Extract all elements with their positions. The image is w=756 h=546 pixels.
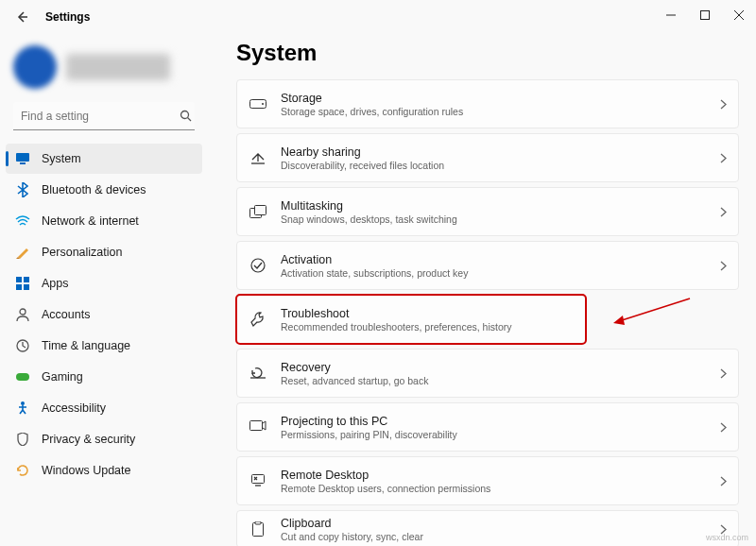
search-icon	[170, 110, 201, 122]
card-remote-desktop[interactable]: Remote DesktopRemote Desktop users, conn…	[236, 456, 739, 505]
storage-icon	[249, 94, 267, 113]
sidebar-item-label: Time & language	[42, 339, 130, 352]
card-title: Multitasking	[281, 199, 707, 213]
maximize-button[interactable]	[688, 0, 722, 30]
page-title: System	[236, 40, 739, 66]
nearby-sharing-icon	[249, 148, 267, 167]
activation-icon	[249, 256, 267, 275]
sidebar-item-network[interactable]: Network & internet	[6, 206, 202, 236]
svg-rect-7	[16, 153, 29, 162]
search-box[interactable]	[13, 102, 195, 130]
card-storage[interactable]: StorageStorage space, drives, configurat…	[236, 79, 739, 128]
card-activation[interactable]: ActivationActivation state, subscription…	[236, 241, 739, 290]
close-button[interactable]	[722, 0, 756, 30]
minimize-button[interactable]	[654, 0, 688, 30]
chevron-right-icon	[720, 476, 727, 486]
card-sub: Permissions, pairing PIN, discoverabilit…	[281, 429, 707, 440]
window-title: Settings	[45, 10, 90, 24]
sidebar-item-accessibility[interactable]: Accessibility	[6, 393, 202, 423]
sidebar-item-label: Windows Update	[42, 464, 131, 477]
card-sub: Remote Desktop users, connection permiss…	[281, 483, 707, 494]
card-nearby-sharing[interactable]: Nearby sharingDiscoverability, received …	[236, 133, 739, 182]
titlebar: Settings	[0, 0, 756, 34]
settings-list: StorageStorage space, drives, configurat…	[236, 79, 739, 546]
sidebar-item-label: System	[42, 152, 81, 165]
card-sub: Cut and copy history, sync, clear	[281, 531, 707, 542]
watermark: wsxdn.com	[706, 533, 748, 542]
accounts-icon	[15, 307, 30, 322]
svg-rect-24	[253, 523, 264, 537]
system-icon	[15, 151, 30, 166]
card-sub: Storage space, drives, configuration rul…	[281, 106, 707, 117]
card-title: Remote Desktop	[281, 469, 707, 482]
sidebar-item-bluetooth[interactable]: Bluetooth & devices	[6, 175, 202, 205]
card-sub: Activation state, subscriptions, product…	[281, 267, 707, 279]
network-icon	[15, 213, 30, 229]
chevron-right-icon	[720, 422, 727, 433]
sidebar-item-accounts[interactable]: Accounts	[6, 299, 202, 330]
card-projecting[interactable]: Projecting to this PCPermissions, pairin…	[236, 402, 739, 452]
card-sub: Snap windows, desktops, task switching	[281, 213, 707, 225]
sidebar-item-label: Personalization	[42, 246, 122, 259]
svg-rect-8	[20, 162, 26, 164]
svg-point-21	[251, 259, 265, 272]
sidebar-item-apps[interactable]: Apps	[6, 268, 202, 299]
card-title: Nearby sharing	[281, 145, 707, 159]
card-title: Troubleshoot	[281, 307, 574, 320]
sidebar: System Bluetooth & devices Network & int…	[0, 34, 208, 546]
svg-point-13	[20, 309, 26, 315]
svg-rect-9	[16, 277, 22, 282]
card-title: Storage	[281, 92, 707, 105]
card-sub: Recommended troubleshooters, preferences…	[281, 321, 574, 333]
sidebar-item-gaming[interactable]: Gaming	[6, 362, 202, 392]
card-recovery[interactable]: RecoveryReset, advanced startup, go back	[236, 349, 739, 398]
sidebar-item-privacy[interactable]: Privacy & security	[6, 424, 202, 454]
update-icon	[15, 463, 30, 478]
nav-list: System Bluetooth & devices Network & int…	[6, 144, 202, 486]
sidebar-item-label: Accessibility	[42, 401, 106, 415]
chevron-right-icon	[720, 99, 727, 110]
card-title: Clipboard	[281, 517, 707, 530]
bluetooth-icon	[15, 182, 30, 197]
personalization-icon	[15, 245, 30, 260]
multitasking-icon	[249, 202, 267, 221]
profile-section[interactable]	[6, 40, 202, 102]
svg-point-5	[181, 111, 189, 119]
card-sub: Discoverability, received files location	[281, 160, 707, 171]
svg-rect-22	[250, 421, 263, 431]
svg-point-16	[21, 401, 25, 405]
sidebar-item-label: Bluetooth & devices	[42, 183, 146, 196]
sidebar-item-label: Privacy & security	[42, 433, 135, 446]
svg-rect-23	[252, 475, 265, 484]
svg-rect-25	[255, 521, 261, 524]
chevron-right-icon	[720, 207, 727, 217]
sidebar-item-label: Gaming	[42, 370, 83, 384]
accessibility-icon	[15, 401, 30, 416]
sidebar-item-personalization[interactable]: Personalization	[6, 237, 202, 267]
svg-rect-15	[16, 373, 29, 381]
card-title: Recovery	[281, 361, 707, 374]
clipboard-icon	[249, 520, 267, 538]
card-title: Projecting to this PC	[281, 415, 707, 428]
back-button[interactable]	[8, 3, 36, 31]
card-troubleshoot[interactable]: TroubleshootRecommended troubleshooters,…	[236, 295, 586, 344]
svg-rect-10	[24, 277, 29, 282]
sidebar-item-system[interactable]: System	[6, 144, 202, 174]
projecting-icon	[249, 418, 267, 436]
sidebar-item-label: Network & internet	[42, 214, 139, 228]
remote-desktop-icon	[249, 471, 267, 490]
svg-point-18	[262, 103, 264, 105]
card-clipboard[interactable]: ClipboardCut and copy history, sync, cle…	[236, 510, 739, 546]
sidebar-item-update[interactable]: Windows Update	[6, 455, 202, 486]
search-input[interactable]	[13, 110, 170, 123]
troubleshoot-icon	[249, 310, 267, 329]
card-title: Activation	[281, 253, 707, 266]
main-content: System StorageStorage space, drives, con…	[208, 34, 756, 546]
card-multitasking[interactable]: MultitaskingSnap windows, desktops, task…	[236, 187, 739, 236]
time-icon	[15, 338, 30, 353]
window-controls	[654, 0, 756, 30]
privacy-icon	[15, 432, 30, 447]
apps-icon	[15, 276, 30, 291]
sidebar-item-time[interactable]: Time & language	[6, 331, 202, 361]
recovery-icon	[249, 364, 267, 383]
